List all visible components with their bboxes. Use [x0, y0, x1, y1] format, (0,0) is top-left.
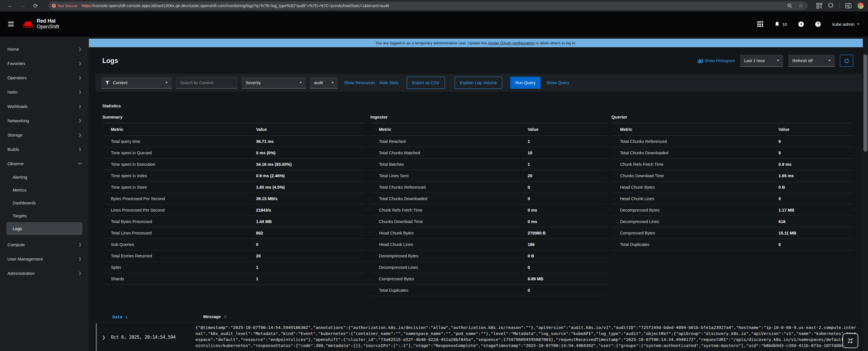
sidebar-item[interactable]: Workloads ❯: [0, 99, 89, 113]
table-row: Lines Processed Per Second 21843/s: [102, 204, 366, 216]
metric-cell: Chunk Refs Fetch Time: [379, 208, 528, 212]
sidebar-subitem[interactable]: Alerting: [0, 171, 89, 183]
time-range-select[interactable]: Last 1 hour: [740, 55, 783, 67]
sidebar-subitem[interactable]: Dashboards: [0, 197, 89, 209]
chevron-right-icon: ❯: [79, 47, 82, 51]
value-cell: 616: [779, 219, 785, 224]
date-column-header[interactable]: Date ↓: [112, 314, 128, 319]
sidebar-item-label: Operators: [7, 75, 27, 80]
browser-reload-icon[interactable]: ⟳: [33, 3, 38, 9]
zoom-icon[interactable]: [787, 3, 792, 8]
sidebar-item-observe[interactable]: Observe ❯: [0, 156, 89, 171]
metric-cell: Head Chunk Bytes: [379, 231, 528, 235]
sidebar-item[interactable]: Administration ❯: [0, 266, 89, 280]
table-row: Decompressed Bytes 0 B: [370, 250, 608, 262]
chevron-down-icon: ❯: [78, 162, 82, 165]
value-cell: 1.65 ms: [779, 174, 794, 178]
message-column-header[interactable]: Message ⇅: [203, 314, 227, 319]
sidebar-item[interactable]: Operators ❯: [0, 70, 89, 85]
sidebar-item[interactable]: User Management ❯: [0, 252, 89, 266]
nav-menu-toggle-icon[interactable]: [8, 21, 14, 28]
log-date: Oct 6, 2025, 20:14:54.594: [111, 335, 176, 340]
value-cell: 0.9 ms (2.46%): [256, 174, 285, 178]
sidebar-item[interactable]: Builds ❯: [0, 142, 89, 156]
show-query-link[interactable]: Show Query: [546, 80, 569, 85]
explain-log-volume-button[interactable]: Explain Log Volume: [455, 77, 502, 89]
table-row: Total Chunks Downloaded 9: [612, 147, 853, 159]
sidebar-subitem[interactable]: Logs: [6, 222, 83, 235]
main-content: You are logged in as a temporary adminis…: [89, 37, 868, 351]
caret-down-icon: [300, 82, 302, 83]
sidebar-item[interactable]: Helm ❯: [0, 85, 89, 99]
browser-forward-icon[interactable]: →: [20, 3, 26, 9]
refresh-button[interactable]: [840, 55, 853, 67]
metric-cell: Total Reached: [379, 139, 528, 144]
table-row: Total query time 36.71 ms: [102, 136, 366, 147]
hide-stats-link[interactable]: Hide Stats: [379, 80, 399, 85]
browser-profile-avatar[interactable]: [857, 2, 864, 9]
metric-cell: Total Lines Processed: [111, 231, 256, 235]
not-secure-badge[interactable]: ✕ Not Secure: [52, 4, 78, 8]
side-panel-search-icon[interactable]: [845, 3, 851, 8]
sidebar-subitem[interactable]: Metrics: [0, 183, 89, 197]
sidebar-subitem[interactable]: Targets: [0, 209, 89, 222]
bookmark-star-icon[interactable]: ☆: [799, 3, 803, 9]
sidebar-nav: Home ❯ Favorites ❯ Operators ❯ Helm ❯ Wo…: [0, 37, 89, 351]
table-row: Total Duplicates 0: [612, 239, 853, 250]
scrollbar-thumb[interactable]: [863, 55, 867, 152]
add-plus-icon[interactable]: +: [798, 22, 804, 27]
metric-cell: Time spent in Queued: [111, 150, 256, 155]
sidebar-item[interactable]: Networking ❯: [0, 113, 89, 128]
chevron-right-icon: ❯: [79, 104, 82, 108]
collapse-scroll-button[interactable]: [842, 333, 858, 348]
metric-cell: Time spent in Store: [111, 185, 256, 189]
app-launcher-icon[interactable]: [757, 21, 763, 27]
qr-code-icon[interactable]: [816, 3, 822, 9]
show-histogram-link[interactable]: Show Histogram: [698, 59, 735, 63]
url-text: https://console-openshift-console.apps.k…: [82, 3, 389, 8]
refresh-interval-select[interactable]: Refresh off: [788, 55, 835, 67]
chevron-right-icon: ❯: [79, 271, 82, 275]
chevron-right-icon: ❯: [79, 76, 82, 80]
log-message-line: {"@timestamp":"2025-10-07T00:14:54.59491…: [195, 325, 859, 331]
sidebar-item-label: Networking: [7, 118, 29, 123]
caret-down-icon: [777, 60, 779, 61]
address-bar[interactable]: ✕ Not Secure https://console-openshift-c…: [48, 1, 808, 10]
metric-cell: Head Chunk Bytes: [620, 185, 779, 189]
metric-cell: Compressed Bytes: [379, 277, 528, 281]
help-icon[interactable]: ?: [815, 22, 821, 27]
run-query-button[interactable]: Run Query: [510, 77, 540, 89]
sidebar-item[interactable]: Compute ❯: [0, 237, 89, 252]
table-heading: Summary: [102, 114, 366, 123]
log-list-header: Date ↓ Message ⇅: [96, 313, 859, 323]
tenant-select[interactable]: audit: [310, 77, 338, 89]
sidebar-item[interactable]: Home ❯: [0, 42, 89, 56]
user-menu[interactable]: kube:admin: [832, 22, 859, 27]
attribute-filter-select[interactable]: Content: [101, 77, 172, 89]
severity-select[interactable]: Severity: [242, 77, 306, 89]
row-indicator-bar: [96, 323, 97, 351]
notification-count: 10: [782, 22, 787, 27]
show-resources-link[interactable]: Show Resources: [344, 80, 375, 85]
search-input[interactable]: [176, 77, 237, 89]
value-cell: 0 ms: [528, 208, 537, 212]
table-row: Total Entries Returned 20: [102, 250, 366, 262]
value-cell: 1.44 MB: [256, 219, 272, 224]
table-row: Total Lines Sent 20: [370, 170, 608, 181]
log-row[interactable]: ❯ Oct 6, 2025, 20:14:54.594 {"@timestamp…: [96, 323, 859, 351]
oauth-config-link[interactable]: cluster OAuth configuration: [488, 41, 535, 45]
expand-row-chevron-icon[interactable]: ❯: [102, 335, 105, 340]
export-csv-button[interactable]: Export as CSV: [407, 77, 445, 89]
metric-cell: Total Chunks Downloaded: [379, 197, 528, 201]
chevron-right-icon: ❯: [79, 133, 82, 137]
browser-back-icon[interactable]: ←: [7, 3, 13, 9]
extensions-puzzle-icon[interactable]: [828, 3, 834, 9]
value-cell: 0 B: [779, 185, 785, 189]
sidebar-item[interactable]: Storage ❯: [0, 128, 89, 142]
page-scrollbar: [863, 37, 868, 351]
metric-cell: Total Batches: [379, 162, 528, 167]
value-cell: 15.11 MB: [779, 231, 796, 235]
sidebar-item[interactable]: Favorites ❯: [0, 56, 89, 70]
notifications-button[interactable]: 10: [775, 22, 787, 27]
brand-logo[interactable]: Red Hat OpenShift: [22, 18, 59, 30]
